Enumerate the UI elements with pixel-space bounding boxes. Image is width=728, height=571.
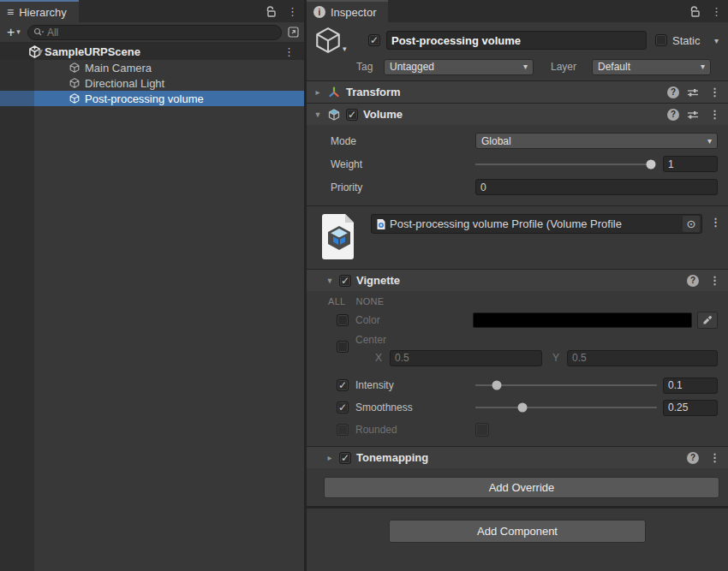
help-icon[interactable]: ? [667,86,679,98]
search-window-icon[interactable] [285,26,301,39]
color-override-checkbox[interactable] [337,314,349,326]
presets-icon[interactable] [687,110,699,120]
static-checkbox[interactable] [655,34,667,46]
weight-field[interactable]: 1 [663,156,718,172]
scene-foldout-icon[interactable]: ▼ [34,47,46,57]
hierarchy-item-label: Main Camera [85,62,152,74]
add-component-area: Add Component [307,509,728,554]
smoothness-slider[interactable] [475,407,657,408]
volume-component-header[interactable]: ▼ Volume ? ⋮ [307,103,728,125]
profile-menu-icon[interactable]: ⋮ [707,217,724,228]
volume-enabled-checkbox[interactable] [346,109,358,121]
rounded-label: Rounded [355,424,397,436]
add-component-button[interactable]: Add Component [389,520,646,543]
foldout-icon[interactable]: ▼ [312,110,324,119]
profile-object-field[interactable]: Post-processing volume Profile (Volume P… [371,214,702,234]
gameobject-name-field[interactable]: Post-processing volume [386,31,647,50]
transform-component-header[interactable]: ▸ Transform ? ⋮ [307,80,728,103]
tonemapping-enabled-checkbox[interactable] [339,452,351,464]
color-label: Color [355,314,380,326]
foldout-icon[interactable]: ▸ [324,453,336,462]
hierarchy-item-post-processing-volume[interactable]: Post-processing volume [0,91,304,106]
weight-value: 1 [668,158,674,170]
inspector-tabbar: i Inspector ⋮ [307,0,728,22]
active-checkbox[interactable] [368,34,380,46]
hierarchy-item-directional-light[interactable]: Directional Light [0,75,304,91]
intensity-value: 0.1 [668,379,683,391]
weight-slider-handle[interactable] [646,159,655,169]
scene-row[interactable]: ▼ SampleURPScene ⋮ [0,43,304,60]
center-x-field[interactable]: 0.5 [390,350,542,366]
smoothness-override-checkbox[interactable] [337,401,349,413]
priority-field[interactable]: 0 [475,179,718,195]
tag-value: Untagged [390,61,434,73]
inspector-menu-icon[interactable]: ⋮ [708,6,725,17]
help-icon[interactable]: ? [667,109,679,121]
tonemapping-title: Tonemapping [356,451,428,464]
help-icon[interactable]: ? [687,275,699,287]
override-menu-icon[interactable]: ⋮ [707,275,723,286]
smoothness-label: Smoothness [355,401,413,413]
mode-dropdown[interactable]: Global ▾ [475,133,718,149]
add-override-label: Add Override [489,481,555,494]
component-menu-icon[interactable]: ⋮ [707,109,723,120]
rounded-value-checkbox[interactable] [475,423,489,437]
volume-body: Mode Global ▾ Weight 1 Priority [307,125,728,205]
presets-icon[interactable] [687,87,699,98]
gameobject-name-text: Post-processing volume [391,34,521,47]
eyedropper-icon[interactable] [697,312,718,329]
intensity-row: Intensity 0.1 [307,374,728,396]
tag-dropdown[interactable]: Untagged ▾ [384,59,534,75]
center-override-checkbox[interactable] [337,341,349,353]
center-y-field[interactable]: 0.5 [567,350,718,366]
mode-value: Global [481,135,511,147]
none-toggle[interactable]: NONE [355,296,384,306]
chevron-down-icon: ▾ [701,62,705,71]
object-picker-icon[interactable]: ⊙ [683,216,700,232]
hierarchy-search-input[interactable]: All [27,25,282,40]
tab-hierarchy[interactable]: ≡ Hierarchy [0,0,79,22]
scene-menu-icon[interactable]: ⋮ [281,46,297,57]
vignette-enabled-checkbox[interactable] [339,275,351,287]
inspector-tab-label: Inspector [331,6,376,19]
unlock-icon[interactable] [266,6,276,17]
center-y-value: 0.5 [572,352,587,364]
smoothness-value: 0.25 [668,401,688,413]
unlock-icon[interactable] [689,6,700,17]
layer-dropdown[interactable]: Default ▾ [592,59,711,75]
tab-inspector[interactable]: i Inspector [307,0,388,22]
volume-profile-asset-icon[interactable] [321,212,357,260]
component-menu-icon[interactable]: ⋮ [707,86,723,98]
create-object-button[interactable]: + ▾ [3,25,24,40]
color-swatch[interactable] [473,312,692,328]
intensity-field[interactable]: 0.1 [663,378,718,394]
center-xy-row: X 0.5 Y 0.5 [307,348,728,368]
override-menu-icon[interactable]: ⋮ [707,452,723,463]
weight-slider[interactable] [475,164,654,165]
hierarchy-item-main-camera[interactable]: Main Camera [0,60,304,75]
foldout-icon[interactable]: ▼ [324,277,336,285]
all-toggle[interactable]: ALL [328,296,345,306]
rounded-row: Rounded [307,419,728,441]
add-override-button[interactable]: Add Override [324,477,719,498]
hierarchy-menu-icon[interactable]: ⋮ [284,6,301,17]
priority-row: Priority 0 [307,175,728,199]
static-dropdown-caret[interactable]: ▾ [714,37,719,45]
help-icon[interactable]: ? [687,452,699,464]
mode-label: Mode [331,135,356,147]
intensity-slider-handle[interactable] [492,381,502,390]
search-icon[interactable] [33,27,45,38]
intensity-override-checkbox[interactable] [337,379,349,391]
tonemapping-header[interactable]: ▸ Tonemapping ? ⋮ [307,446,728,468]
scene-name: SampleURPScene [45,45,140,58]
icon-dropdown-caret[interactable]: ▾ [343,45,347,53]
smoothness-slider-handle[interactable] [518,403,528,413]
foldout-icon[interactable]: ▸ [312,87,324,97]
profile-object-text: Post-processing volume Profile (Volume P… [390,217,681,230]
center-x-value: 0.5 [395,352,409,364]
rounded-override-checkbox[interactable] [337,424,349,436]
center-label: Center [355,334,386,346]
intensity-slider[interactable] [475,384,657,386]
smoothness-field[interactable]: 0.25 [663,400,718,416]
vignette-header[interactable]: ▼ Vignette ? ⋮ [307,269,728,291]
